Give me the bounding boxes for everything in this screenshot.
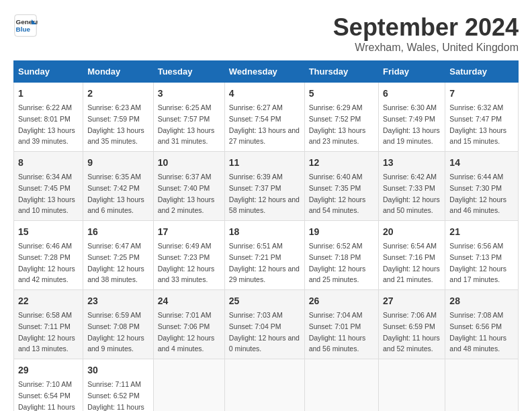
cell-content: Sunrise: 6:56 AMSunset: 7:13 PMDaylight:…	[449, 242, 506, 283]
day-number: 24	[158, 294, 220, 308]
calendar-cell: 24Sunrise: 7:01 AMSunset: 7:06 PMDayligh…	[153, 290, 224, 359]
calendar-cell	[224, 359, 304, 412]
header-day-thursday: Thursday	[304, 61, 378, 83]
calendar-cell: 9Sunrise: 6:35 AMSunset: 7:42 PMDaylight…	[83, 152, 154, 221]
cell-content: Sunrise: 7:10 AMSunset: 6:54 PMDaylight:…	[18, 380, 75, 411]
day-number: 25	[229, 294, 300, 308]
cell-content: Sunrise: 6:44 AMSunset: 7:30 PMDaylight:…	[449, 173, 506, 214]
calendar-cell: 13Sunrise: 6:42 AMSunset: 7:33 PMDayligh…	[379, 152, 445, 221]
calendar-cell: 21Sunrise: 6:56 AMSunset: 7:13 PMDayligh…	[445, 221, 519, 290]
day-number: 13	[383, 156, 441, 170]
cell-content: Sunrise: 6:25 AMSunset: 7:57 PMDaylight:…	[158, 103, 215, 145]
header-day-saturday: Saturday	[445, 61, 519, 83]
cell-content: Sunrise: 6:58 AMSunset: 7:11 PMDaylight:…	[18, 311, 75, 353]
calendar-cell: 17Sunrise: 6:49 AMSunset: 7:23 PMDayligh…	[153, 221, 224, 290]
day-number: 1	[18, 87, 79, 101]
calendar-cell: 23Sunrise: 6:59 AMSunset: 7:08 PMDayligh…	[83, 290, 154, 359]
day-number: 14	[449, 156, 514, 170]
cell-content: Sunrise: 6:42 AMSunset: 7:33 PMDaylight:…	[383, 173, 440, 214]
calendar-cell: 30Sunrise: 7:11 AMSunset: 6:52 PMDayligh…	[83, 359, 154, 412]
header-day-sunday: Sunday	[14, 61, 83, 83]
day-number: 2	[87, 87, 149, 101]
day-number: 17	[158, 225, 220, 239]
cell-content: Sunrise: 6:29 AMSunset: 7:52 PMDaylight:…	[309, 103, 366, 145]
week-row-5: 29Sunrise: 7:10 AMSunset: 6:54 PMDayligh…	[14, 359, 519, 412]
cell-content: Sunrise: 6:54 AMSunset: 7:16 PMDaylight:…	[383, 242, 440, 283]
calendar-cell: 15Sunrise: 6:46 AMSunset: 7:28 PMDayligh…	[14, 221, 83, 290]
svg-text:General: General	[16, 18, 38, 26]
day-number: 10	[158, 156, 220, 170]
calendar-cell: 27Sunrise: 7:06 AMSunset: 6:59 PMDayligh…	[379, 290, 445, 359]
calendar-cell: 7Sunrise: 6:32 AMSunset: 7:47 PMDaylight…	[445, 83, 519, 152]
title-block: September 2024 Wrexham, Wales, United Ki…	[333, 13, 519, 54]
calendar-cell	[445, 359, 519, 412]
day-number: 11	[229, 156, 300, 170]
calendar-cell: 2Sunrise: 6:23 AMSunset: 7:59 PMDaylight…	[83, 83, 154, 152]
cell-content: Sunrise: 6:51 AMSunset: 7:21 PMDaylight:…	[229, 242, 300, 283]
calendar-cell: 3Sunrise: 6:25 AMSunset: 7:57 PMDaylight…	[153, 83, 224, 152]
cell-content: Sunrise: 7:01 AMSunset: 7:06 PMDaylight:…	[158, 311, 215, 353]
header-day-friday: Friday	[379, 61, 445, 83]
week-row-3: 15Sunrise: 6:46 AMSunset: 7:28 PMDayligh…	[14, 221, 519, 290]
calendar-cell: 6Sunrise: 6:30 AMSunset: 7:49 PMDaylight…	[379, 83, 445, 152]
cell-content: Sunrise: 6:47 AMSunset: 7:25 PMDaylight:…	[87, 242, 144, 283]
header-day-monday: Monday	[83, 61, 154, 83]
calendar-cell: 26Sunrise: 7:04 AMSunset: 7:01 PMDayligh…	[304, 290, 378, 359]
cell-content: Sunrise: 7:06 AMSunset: 6:59 PMDaylight:…	[383, 311, 440, 353]
calendar-cell: 11Sunrise: 6:39 AMSunset: 7:37 PMDayligh…	[224, 152, 304, 221]
day-number: 12	[309, 156, 374, 170]
calendar-cell: 14Sunrise: 6:44 AMSunset: 7:30 PMDayligh…	[445, 152, 519, 221]
logo-icon: General Blue	[13, 13, 38, 38]
day-number: 16	[87, 225, 149, 239]
calendar-subtitle: Wrexham, Wales, United Kingdom	[333, 42, 519, 54]
calendar-cell: 1Sunrise: 6:22 AMSunset: 8:01 PMDaylight…	[14, 83, 83, 152]
calendar-cell: 12Sunrise: 6:40 AMSunset: 7:35 PMDayligh…	[304, 152, 378, 221]
cell-content: Sunrise: 6:22 AMSunset: 8:01 PMDaylight:…	[18, 103, 75, 145]
header-day-wednesday: Wednesday	[224, 61, 304, 83]
day-number: 15	[18, 225, 79, 239]
day-number: 3	[158, 87, 220, 101]
calendar-cell: 28Sunrise: 7:08 AMSunset: 6:56 PMDayligh…	[445, 290, 519, 359]
day-number: 4	[229, 87, 300, 101]
calendar-title: September 2024	[333, 13, 519, 42]
cell-content: Sunrise: 6:39 AMSunset: 7:37 PMDaylight:…	[229, 173, 300, 214]
cell-content: Sunrise: 6:27 AMSunset: 7:54 PMDaylight:…	[229, 103, 300, 145]
day-number: 29	[18, 363, 79, 377]
calendar-cell: 20Sunrise: 6:54 AMSunset: 7:16 PMDayligh…	[379, 221, 445, 290]
day-number: 21	[449, 225, 514, 239]
calendar-cell: 18Sunrise: 6:51 AMSunset: 7:21 PMDayligh…	[224, 221, 304, 290]
cell-content: Sunrise: 6:34 AMSunset: 7:45 PMDaylight:…	[18, 173, 75, 214]
calendar-cell: 29Sunrise: 7:10 AMSunset: 6:54 PMDayligh…	[14, 359, 83, 412]
calendar-cell: 16Sunrise: 6:47 AMSunset: 7:25 PMDayligh…	[83, 221, 154, 290]
calendar-cell: 4Sunrise: 6:27 AMSunset: 7:54 PMDaylight…	[224, 83, 304, 152]
cell-content: Sunrise: 6:30 AMSunset: 7:49 PMDaylight:…	[383, 103, 440, 145]
calendar-cell	[304, 359, 378, 412]
day-number: 18	[229, 225, 300, 239]
header-day-tuesday: Tuesday	[153, 61, 224, 83]
calendar-cell: 25Sunrise: 7:03 AMSunset: 7:04 PMDayligh…	[224, 290, 304, 359]
day-number: 28	[449, 294, 514, 308]
day-number: 8	[18, 156, 79, 170]
cell-content: Sunrise: 6:46 AMSunset: 7:28 PMDaylight:…	[18, 242, 75, 283]
cell-content: Sunrise: 6:23 AMSunset: 7:59 PMDaylight:…	[87, 103, 144, 145]
week-row-2: 8Sunrise: 6:34 AMSunset: 7:45 PMDaylight…	[14, 152, 519, 221]
calendar-table: SundayMondayTuesdayWednesdayThursdayFrid…	[13, 60, 519, 411]
day-number: 6	[383, 87, 441, 101]
day-number: 20	[383, 225, 441, 239]
day-number: 30	[87, 363, 149, 377]
day-number: 19	[309, 225, 374, 239]
cell-content: Sunrise: 6:37 AMSunset: 7:40 PMDaylight:…	[158, 173, 215, 214]
page-header: General Blue September 2024 Wrexham, Wal…	[13, 13, 519, 54]
calendar-cell	[153, 359, 224, 412]
calendar-cell: 10Sunrise: 6:37 AMSunset: 7:40 PMDayligh…	[153, 152, 224, 221]
calendar-cell: 19Sunrise: 6:52 AMSunset: 7:18 PMDayligh…	[304, 221, 378, 290]
day-number: 22	[18, 294, 79, 308]
calendar-cell	[379, 359, 445, 412]
svg-text:Blue: Blue	[16, 26, 31, 33]
cell-content: Sunrise: 6:49 AMSunset: 7:23 PMDaylight:…	[158, 242, 215, 283]
day-number: 23	[87, 294, 149, 308]
cell-content: Sunrise: 6:40 AMSunset: 7:35 PMDaylight:…	[309, 173, 366, 214]
cell-content: Sunrise: 7:11 AMSunset: 6:52 PMDaylight:…	[87, 380, 144, 411]
week-row-1: 1Sunrise: 6:22 AMSunset: 8:01 PMDaylight…	[14, 83, 519, 152]
week-row-4: 22Sunrise: 6:58 AMSunset: 7:11 PMDayligh…	[14, 290, 519, 359]
